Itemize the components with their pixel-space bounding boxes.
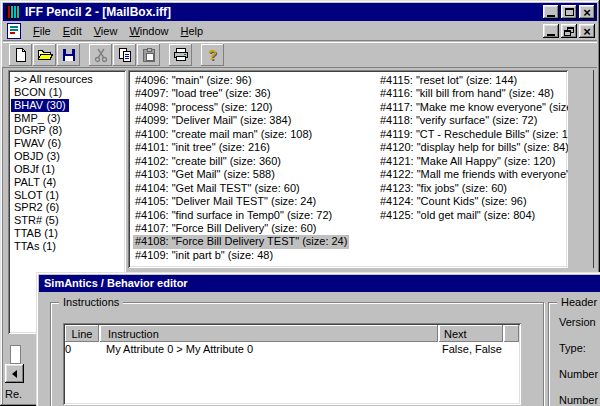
instructions-label: Instructions	[59, 296, 123, 308]
list-item[interactable]: #4119: "CT - Reschedule Bills" (size: 12	[378, 128, 568, 141]
column-header-next[interactable]: Next	[439, 325, 503, 342]
minimize-icon	[547, 15, 555, 17]
list-item[interactable]: #4102: "create bill" (size: 360)	[133, 155, 349, 168]
list-item[interactable]: #4099: "Deliver Mail" (size: 384)	[133, 114, 349, 127]
maximize-icon	[565, 8, 574, 16]
resource-type-item[interactable]: TTAB (1)	[11, 227, 126, 240]
list-item[interactable]: #4106: "find surface in Temp0" (size: 72…	[133, 209, 349, 222]
menu-item[interactable]: File	[27, 23, 57, 39]
header-fields: VersionType:NumberNumber	[549, 309, 600, 406]
header-groupbox: Header VersionType:NumberNumber	[548, 302, 600, 406]
header-field-label: Number	[549, 361, 600, 387]
menu-items: FileEditViewWindowHelp	[27, 23, 209, 39]
titlebar: IFF Pencil 2 - [MailBox.iff] ×	[3, 3, 597, 21]
list-item[interactable]: #4100: "create mail man" (size: 108)	[133, 128, 349, 141]
scrollbar-thumb[interactable]	[10, 345, 21, 364]
menu-item[interactable]: Window	[123, 23, 174, 39]
close-button[interactable]: ×	[579, 5, 595, 19]
app-icon[interactable]	[6, 5, 20, 19]
column-header-line[interactable]: Line	[65, 325, 99, 342]
mdi-minimize-button[interactable]	[543, 24, 559, 38]
open-button[interactable]	[33, 44, 56, 66]
list-item[interactable]: #4115: "reset lot" (size: 144)	[378, 74, 568, 87]
resource-type-item[interactable]: OBJD (3)	[11, 150, 126, 163]
resource-type-item[interactable]: >> All resources	[11, 73, 126, 86]
minimize-button[interactable]	[543, 5, 559, 19]
open-folder-icon	[37, 47, 53, 63]
resource-type-item[interactable]: BMP_ (3)	[11, 112, 126, 125]
column-header-extra	[504, 325, 519, 342]
paste-button[interactable]	[137, 44, 160, 66]
list-item[interactable]: #4120: "display help for bills" (size: 8…	[378, 141, 568, 154]
menu-item[interactable]: Edit	[57, 23, 88, 39]
new-document-icon	[13, 47, 29, 63]
list-item[interactable]: #4104: "Get Mail TEST" (size: 60)	[133, 182, 349, 195]
menu-item[interactable]: Help	[175, 23, 210, 39]
copy-icon	[117, 47, 133, 63]
resource-type-items: >> All resourcesBCON (1)BHAV (30)BMP_ (3…	[11, 73, 126, 253]
list-item[interactable]: #4125: "old get mail" (size: 804)	[378, 209, 568, 222]
list-item[interactable]: #4105: "Deliver Mail TEST" (size: 24)	[133, 195, 349, 208]
header-field-label: Type:	[549, 335, 600, 361]
table-row[interactable]: 0 My Attribute 0 > My Attribute 0 False,…	[63, 342, 521, 357]
resource-type-item[interactable]: BCON (1)	[11, 86, 126, 99]
scroll-left-button[interactable]	[5, 364, 24, 383]
resource-type-item[interactable]: STR# (5)	[11, 214, 126, 227]
list-item[interactable]: #4096: "main" (size: 96)	[133, 74, 349, 87]
list-item[interactable]: #4103: "Get Mail" (size: 588)	[133, 168, 349, 181]
toolbar: ?	[3, 42, 597, 67]
window-edge-divider	[593, 70, 594, 268]
arrow-left-icon	[8, 370, 17, 378]
header-label: Header	[557, 296, 600, 308]
header-field-label: Version	[549, 309, 600, 335]
instructions-table-header: Line Instruction Next	[65, 325, 519, 342]
menu-item[interactable]: View	[88, 23, 124, 39]
resource-type-item[interactable]: FWAV (6)	[11, 137, 126, 150]
cut-button[interactable]	[89, 44, 112, 66]
paste-icon	[141, 47, 157, 63]
list-item[interactable]: #4098: "process" (size: 120)	[133, 101, 349, 114]
list-item[interactable]: #4108: "Force Bill Delivery TEST" (size:…	[133, 235, 349, 248]
resource-list: #4096: "main" (size: 96)#4097: "load tre…	[128, 70, 568, 268]
resource-list-column-2: #4115: "reset lot" (size: 144)#4116: "ki…	[378, 74, 568, 222]
save-button[interactable]	[57, 44, 80, 66]
resource-type-item[interactable]: PALT (4)	[11, 176, 126, 189]
mdi-close-button[interactable]: ×	[579, 24, 595, 38]
list-item[interactable]: #4117: "Make me know everyone" (size	[378, 101, 568, 114]
resource-type-item[interactable]: SPR2 (6)	[11, 201, 126, 214]
list-item[interactable]: #4109: "init part b" (size: 48)	[133, 249, 349, 262]
restore-icon	[564, 27, 574, 36]
list-item[interactable]: #4121: "Make All Happy" (size: 120)	[378, 155, 568, 168]
save-icon	[61, 47, 77, 63]
copy-button[interactable]	[113, 44, 136, 66]
help-button[interactable]: ?	[201, 44, 224, 66]
resource-type-item[interactable]: OBJf (1)	[11, 163, 126, 176]
mdi-document-icon[interactable]	[7, 23, 21, 39]
resource-type-item[interactable]: SLOT (1)	[11, 189, 126, 202]
header-field-label: Number	[549, 387, 600, 406]
statusbar-text: Re.	[5, 388, 22, 400]
list-item[interactable]: #4122: "Mall me friends with everyone"	[378, 168, 568, 181]
print-icon	[173, 47, 189, 63]
simantics-editor-window: SimAntics / Behavior editor Instructions…	[36, 272, 600, 406]
maximize-button[interactable]	[561, 5, 577, 19]
resource-type-item[interactable]: TTAs (1)	[11, 240, 126, 253]
list-item[interactable]: #4107: "Force Bill Delivery" (size: 60)	[133, 222, 349, 235]
window-title: IFF Pencil 2 - [MailBox.iff]	[23, 5, 543, 19]
resource-type-item[interactable]: DGRP (8)	[11, 124, 126, 137]
mdi-restore-button[interactable]	[561, 24, 577, 38]
list-item[interactable]: #4123: "fix jobs" (size: 60)	[378, 182, 568, 195]
column-header-instruction[interactable]: Instruction	[100, 325, 438, 342]
new-button[interactable]	[9, 44, 32, 66]
list-item[interactable]: #4124: "Count Kids" (size: 96)	[378, 195, 568, 208]
editor-titlebar[interactable]: SimAntics / Behavior editor	[39, 275, 600, 292]
list-item[interactable]: #4116: "kill bill from hand" (size: 48)	[378, 87, 568, 100]
close-icon: ×	[583, 27, 591, 36]
list-item[interactable]: #4097: "load tree" (size: 36)	[133, 87, 349, 100]
list-item[interactable]: #4101: "init tree" (size: 216)	[133, 141, 349, 154]
menubar: FileEditViewWindowHelp ×	[3, 22, 597, 41]
print-button[interactable]	[169, 44, 192, 66]
resource-type-item[interactable]: BHAV (30)	[11, 99, 126, 112]
list-item[interactable]: #4118: "verify surface" (size: 72)	[378, 114, 568, 127]
cut-icon	[93, 47, 109, 63]
